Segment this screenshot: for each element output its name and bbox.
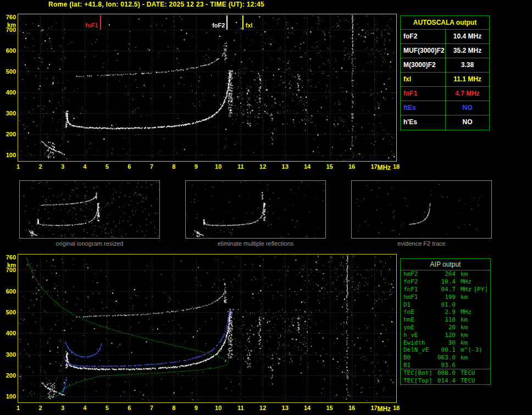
aip-row-label: D1 bbox=[401, 301, 435, 308]
aip-row-value: 264 bbox=[435, 270, 456, 278]
aip-output-table: AIP output hmF2264kmfoF210.4MHzfoF104.7M… bbox=[400, 258, 491, 385]
aip-row: foF210.4MHz bbox=[401, 278, 490, 286]
y-tick-label: 760 bbox=[1, 14, 16, 20]
x-tick-label: 18 bbox=[393, 163, 400, 170]
ionogram-canvas-scaled bbox=[18, 14, 396, 161]
ionogram-canvas-aip bbox=[18, 254, 396, 402]
y-axis-unit: km bbox=[1, 21, 16, 28]
x-tick-label: 15 bbox=[326, 163, 332, 170]
x-tick-label: 14 bbox=[304, 405, 311, 411]
aip-row-label: B1 bbox=[401, 362, 435, 369]
autoscala-output-table: AUTOSCALA output foF210.4 MHzMUF(3000)F2… bbox=[400, 15, 490, 130]
ionogram-plot-scaled bbox=[18, 14, 397, 162]
aip-row-value: 20 bbox=[435, 324, 456, 331]
y-tick-label: 400 bbox=[1, 330, 16, 336]
x-tick-label: 6 bbox=[128, 163, 131, 170]
aip-row-unit: TECU bbox=[456, 369, 475, 377]
x-axis-unit: MHz bbox=[377, 164, 391, 171]
aip-row-value: 00.1 bbox=[435, 346, 456, 353]
thumbnail-caption-original: original ionogram resized bbox=[19, 240, 160, 247]
y-tick-label: 100 bbox=[1, 393, 16, 400]
aip-row-label: hmE bbox=[401, 316, 435, 323]
aip-row-label: hmF1 bbox=[401, 294, 435, 301]
aip-row-label: TEC[Bot] bbox=[401, 369, 435, 377]
aip-row-label: DelN_vE bbox=[401, 346, 435, 353]
x-tick-label: 12 bbox=[259, 163, 266, 170]
thumbnail-canvas-f2-evidence bbox=[352, 181, 491, 238]
x-tick-label: 15 bbox=[326, 405, 332, 411]
autoscala-row: h'EsNO bbox=[401, 115, 489, 130]
aip-row: B103.6 bbox=[401, 362, 490, 369]
x-tick-label: 5 bbox=[106, 405, 109, 411]
aip-row-value: 01.0 bbox=[435, 301, 456, 308]
aip-row-value: 10.4 bbox=[435, 278, 456, 285]
aip-row: B0063.0km bbox=[401, 354, 490, 362]
autoscala-row-value: 10.4 MHz bbox=[446, 30, 489, 43]
autoscala-row: ftEsNO bbox=[401, 101, 489, 115]
thumbnail-no-multiples bbox=[185, 180, 326, 239]
aip-row-label: Ewidth bbox=[401, 339, 435, 346]
autoscala-row: foF210.4 MHz bbox=[401, 30, 489, 44]
thumbnail-caption-no-multiples: eliminate multiple reflections bbox=[185, 240, 326, 247]
x-tick-label: 4 bbox=[83, 163, 86, 170]
thumbnail-f2-evidence bbox=[351, 180, 492, 239]
y-tick-label: 600 bbox=[1, 47, 16, 54]
aip-row-unit: MHz bbox=[456, 286, 472, 293]
x-tick-label: 3 bbox=[61, 405, 64, 411]
aip-row-value: 110 bbox=[435, 316, 456, 323]
thumbnail-original-ionogram bbox=[19, 180, 160, 239]
aip-row: hmF1199km bbox=[401, 293, 490, 301]
autoscala-row-value: NO bbox=[446, 115, 489, 130]
y-tick-label: 200 bbox=[1, 131, 16, 137]
aip-row: foF104.7MHz[PY] bbox=[401, 286, 490, 294]
x-tick-label: 16 bbox=[348, 163, 355, 170]
x-tick-label: 8 bbox=[172, 405, 175, 411]
aip-row-unit: MHz bbox=[456, 278, 472, 285]
autoscala-row-label: MUF(3000)F2 bbox=[401, 44, 446, 58]
x-tick-label: 6 bbox=[128, 405, 131, 411]
aip-row-label: hmF2 bbox=[401, 270, 435, 278]
aip-row-label: TEC[Top] bbox=[401, 377, 435, 384]
x-tick-label: 4 bbox=[83, 405, 86, 411]
marker-label-foF1: foF1 bbox=[86, 22, 98, 29]
y-tick-label: 300 bbox=[1, 351, 16, 358]
autoscala-application-screen: Rome (lat: +41.8, lon: 012.5) - DATE: 20… bbox=[0, 0, 532, 415]
autoscala-row: M(3000)F23.38 bbox=[401, 58, 489, 73]
aip-row-unit: MHz bbox=[456, 308, 472, 316]
y-tick-label: 500 bbox=[1, 309, 16, 316]
aip-row-value: 014.4 bbox=[435, 377, 456, 384]
autoscala-row-label: foF1 bbox=[401, 87, 446, 101]
x-tick-label: 10 bbox=[215, 405, 221, 411]
x-tick-label: 9 bbox=[195, 405, 198, 411]
x-tick-label: 17 bbox=[370, 405, 377, 411]
aip-row: TEC[Bot]008.0TECU bbox=[401, 369, 490, 377]
aip-row-unit: TECU bbox=[456, 377, 475, 384]
autoscala-row: foF14.7 MHz bbox=[401, 87, 489, 101]
aip-row-value: 04.7 bbox=[435, 286, 456, 293]
thumbnail-canvas-original bbox=[20, 181, 159, 238]
x-tick-label: 16 bbox=[348, 405, 355, 411]
y-tick-label: 500 bbox=[1, 68, 16, 75]
aip-row: hmE110km bbox=[401, 316, 490, 324]
aip-row-unit: km bbox=[456, 294, 468, 301]
aip-row-value: 063.0 bbox=[435, 354, 456, 361]
y-tick-label: 600 bbox=[1, 288, 16, 295]
x-tick-label: 11 bbox=[237, 163, 244, 170]
marker-line-foF2 bbox=[226, 15, 228, 30]
aip-row-value: 03.6 bbox=[435, 362, 456, 369]
aip-row: Ewidth30km bbox=[401, 339, 490, 346]
aip-row-label: foE bbox=[401, 308, 435, 316]
marker-line-foF1 bbox=[100, 15, 101, 30]
aip-row: foE2.9MHz bbox=[401, 308, 490, 316]
autoscala-row-value: 11.1 MHz bbox=[446, 73, 489, 86]
marker-label-fxl: fxl bbox=[246, 22, 253, 29]
thumbnail-canvas-no-multiples bbox=[186, 181, 325, 238]
aip-row: DelN_vE00.1m^(-3) bbox=[401, 346, 490, 354]
aip-table-title: AIP output bbox=[401, 259, 490, 270]
autoscala-row-value: 35.2 MHz bbox=[446, 44, 489, 58]
x-tick-label: 13 bbox=[282, 163, 289, 170]
autoscala-table-title: AUTOSCALA output bbox=[401, 16, 489, 30]
autoscala-table-body: foF210.4 MHzMUF(3000)F235.2 MHzM(3000)F2… bbox=[401, 30, 489, 130]
x-tick-label: 2 bbox=[38, 405, 42, 411]
aip-row: hmF2264km bbox=[401, 270, 490, 278]
